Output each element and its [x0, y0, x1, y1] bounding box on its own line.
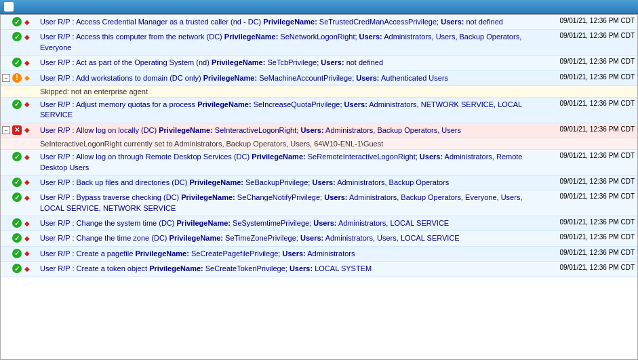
- icons-col: ✓◆: [1, 31, 39, 43]
- table-row: ✓◆User R/P : Access this computer from t…: [1, 30, 637, 56]
- icons-col: ✓◆: [1, 16, 39, 28]
- row-label: User R/P : Create a pagefile: [40, 249, 135, 258]
- timestamp: 09/01/21, 12:36 PM CDT: [542, 56, 637, 66]
- row-label: User R/P : Allow log on through Remote D…: [40, 153, 252, 161]
- row-bold-text: PrivilegeName: SeTcbPrivilege; Users: no…: [212, 58, 383, 66]
- icons-col: ✓◆: [1, 217, 39, 229]
- status-icon: ✓: [12, 58, 22, 67]
- icons-col: ✓◆: [1, 98, 39, 110]
- status-icon: ✓: [12, 152, 22, 161]
- row-text: User R/P : Access Credential Manager as …: [39, 16, 542, 28]
- table-row: ✓◆User R/P : Create a pagefile Privilege…: [1, 247, 637, 262]
- status-icon: ✓: [12, 233, 22, 243]
- table-row: ✓◆User R/P : Back up files and directori…: [1, 176, 637, 190]
- window-icon: [4, 2, 14, 12]
- arrow-icon: ◆: [23, 249, 31, 258]
- content-area[interactable]: ✓◆User R/P : Access Credential Manager a…: [0, 14, 638, 360]
- arrow-icon: ◆: [23, 234, 31, 242]
- status-icon: !: [12, 73, 22, 83]
- row-text: User R/P : Bypass traverse checking (DC)…: [39, 191, 542, 215]
- table-row: −!◆User R/P : Add workstations to domain…: [1, 71, 637, 86]
- timestamp: 09/01/21, 12:36 PM CDT: [542, 98, 637, 108]
- status-icon: ✕: [12, 125, 22, 135]
- icons-col: ✓◆: [1, 262, 39, 275]
- row-label: User R/P : Access this computer from the…: [40, 33, 224, 41]
- timestamp: 09/01/21, 12:36 PM CDT: [542, 72, 637, 82]
- row-text: User R/P : Add workstations to domain (D…: [39, 72, 542, 85]
- row-label: User R/P : Access Credential Manager as …: [40, 18, 263, 26]
- row-label: User R/P : Act as part of the Operating …: [40, 58, 212, 66]
- timestamp: 09/01/21, 12:36 PM CDT: [542, 191, 637, 201]
- arrow-icon: ◆: [23, 193, 31, 201]
- row-text: User R/P : Create a pagefile PrivilegeNa…: [39, 247, 542, 260]
- status-icon: ✓: [12, 32, 22, 41]
- row-bold-text: PrivilegeName: SeMachineAccountPrivilege…: [203, 74, 448, 82]
- status-icon: ✓: [12, 249, 22, 258]
- row-text: User R/P : Back up files and directories…: [39, 176, 542, 189]
- row-bold-text: PrivilegeName: SeCreatePagefilePrivilege…: [135, 249, 355, 258]
- row-text: User R/P : Act as part of the Operating …: [39, 56, 542, 69]
- timestamp: 09/01/21, 12:36 PM CDT: [542, 217, 637, 227]
- table-row: ✓◆User R/P : Change the time zone (DC) P…: [1, 231, 637, 246]
- detail-row: SeInteractiveLogonRight currently set to…: [1, 138, 637, 150]
- status-icon: ✓: [12, 218, 22, 228]
- icons-col: −!◆: [1, 72, 39, 84]
- timestamp: 09/01/21, 12:36 PM CDT: [542, 176, 637, 186]
- table-row: ✓◆User R/P : Change the system time (DC)…: [1, 216, 637, 231]
- row-label: User R/P : Allow log on locally (DC): [40, 126, 159, 134]
- icons-col: ✓◆: [1, 232, 39, 244]
- icons-col: ✓◆: [1, 150, 39, 163]
- expand-button[interactable]: −: [2, 126, 10, 134]
- row-text: User R/P : Access this computer from the…: [39, 31, 542, 54]
- row-text: User R/P : Allow log on locally (DC) Pri…: [39, 124, 542, 137]
- arrow-icon: ◆: [23, 18, 31, 26]
- timestamp: 09/01/21, 12:36 PM CDT: [542, 16, 637, 26]
- timestamp: 09/01/21, 12:36 PM CDT: [542, 262, 637, 272]
- row-label: User R/P : Adjust memory quotas for a pr…: [40, 100, 197, 108]
- row-label: User R/P : Back up files and directories…: [40, 178, 189, 186]
- row-label: User R/P : Add workstations to domain (D…: [40, 74, 203, 82]
- row-label: User R/P : Create a token object: [40, 264, 149, 272]
- row-text: User R/P : Create a token object Privile…: [39, 262, 542, 275]
- row-label: User R/P : Change the system time (DC): [40, 219, 177, 227]
- table-row: ✓◆User R/P : Create a token object Privi…: [1, 262, 637, 277]
- row-bold-text: PrivilegeName: SeTimeZonePrivilege; User…: [170, 234, 460, 242]
- row-label: User R/P : Change the time zone (DC): [40, 234, 170, 242]
- icons-col: ✓◆: [1, 176, 39, 188]
- row-text: User R/P : Change the system time (DC) P…: [39, 217, 542, 230]
- arrow-icon: ◆: [23, 264, 31, 272]
- row-bold-text: PrivilegeName: SeInteractiveLogonRight; …: [159, 126, 461, 134]
- icons-col: ✓◆: [1, 56, 39, 68]
- arrow-icon: ◆: [23, 74, 31, 82]
- status-icon: ✓: [12, 264, 22, 273]
- status-icon: ✓: [12, 178, 22, 187]
- icons-col: −✕◆: [1, 124, 39, 136]
- row-bold-text: PrivilegeName: SeBackupPrivilege; Users:…: [189, 178, 449, 186]
- status-icon: ✓: [12, 17, 22, 26]
- arrow-icon: ◆: [23, 178, 31, 186]
- row-text: User R/P : Allow log on through Remote D…: [39, 150, 542, 174]
- icons-col: ✓◆: [1, 247, 39, 260]
- table-row: ✓◆User R/P : Adjust memory quotas for a …: [1, 98, 637, 123]
- row-bold-text: PrivilegeName: SeSystemtimePrivilege; Us…: [177, 219, 450, 227]
- arrow-icon: ◆: [23, 126, 31, 134]
- arrow-icon: ◆: [23, 100, 31, 108]
- timestamp: 09/01/21, 12:36 PM CDT: [542, 124, 637, 134]
- arrow-icon: ◆: [23, 33, 31, 41]
- timestamp: 09/01/21, 12:36 PM CDT: [542, 247, 637, 258]
- status-icon: ✓: [12, 100, 22, 109]
- title-bar: [0, 0, 638, 14]
- status-icon: ✓: [12, 193, 22, 202]
- timestamp: 09/01/21, 12:36 PM CDT: [542, 150, 637, 161]
- timestamp: 09/01/21, 12:36 PM CDT: [542, 31, 637, 41]
- arrow-icon: ◆: [23, 219, 31, 227]
- table-row: ✓◆User R/P : Bypass traverse checking (D…: [1, 190, 637, 216]
- table-row: −✕◆User R/P : Allow log on locally (DC) …: [1, 123, 637, 138]
- table-row: ✓◆User R/P : Access Credential Manager a…: [1, 15, 637, 30]
- expand-button[interactable]: −: [2, 74, 10, 82]
- detail-row: Skipped: not an enterprise agent: [1, 86, 637, 98]
- row-label: User R/P : Bypass traverse checking (DC): [40, 193, 181, 201]
- row-bold-text: PrivilegeName: SeCreateTokenPrivilege; U…: [149, 264, 372, 272]
- arrow-icon: ◆: [23, 153, 31, 161]
- row-text: User R/P : Adjust memory quotas for a pr…: [39, 98, 542, 122]
